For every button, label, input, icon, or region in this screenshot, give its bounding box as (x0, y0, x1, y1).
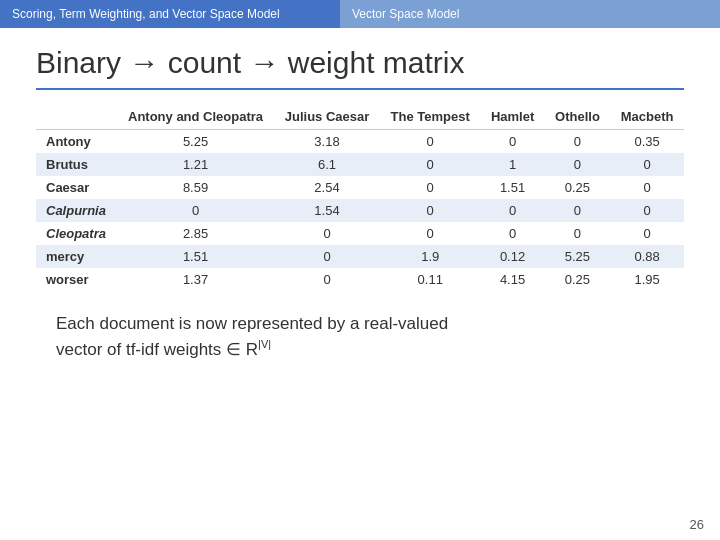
header: Scoring, Term Weighting, and Vector Spac… (0, 0, 720, 28)
value-cell: 5.25 (545, 245, 611, 268)
value-cell: 0 (380, 176, 481, 199)
value-cell: 1.37 (117, 268, 274, 291)
table-row: Calpurnia01.540000 (36, 199, 684, 222)
table-row: worser1.3700.114.150.251.95 (36, 268, 684, 291)
value-cell: 0 (480, 199, 544, 222)
value-cell: 0 (545, 222, 611, 245)
value-cell: 1.21 (117, 153, 274, 176)
term-cell: Caesar (36, 176, 117, 199)
value-cell: 0 (380, 153, 481, 176)
value-cell: 0 (274, 268, 380, 291)
value-cell: 0.88 (610, 245, 684, 268)
term-cell: Calpurnia (36, 199, 117, 222)
value-cell: 2.85 (117, 222, 274, 245)
col-header-2: Julius Caesar (274, 104, 380, 130)
term-cell: Brutus (36, 153, 117, 176)
value-cell: 1 (480, 153, 544, 176)
value-cell: 0 (380, 199, 481, 222)
value-cell: 0 (274, 222, 380, 245)
value-cell: 6.1 (274, 153, 380, 176)
value-cell: 3.18 (274, 130, 380, 154)
bottom-line2: vector of tf-idf weights ∈ R|V| (56, 340, 271, 359)
table-row: mercy1.5101.90.125.250.88 (36, 245, 684, 268)
page-number: 26 (690, 517, 704, 532)
table-row: Caesar8.592.5401.510.250 (36, 176, 684, 199)
table-row: Cleopatra2.8500000 (36, 222, 684, 245)
value-cell: 0 (480, 222, 544, 245)
col-header-5: Othello (545, 104, 611, 130)
value-cell: 0 (610, 153, 684, 176)
page-title: Binary → count → weight matrix (36, 46, 684, 90)
col-header-3: The Tempest (380, 104, 481, 130)
value-cell: 0 (480, 130, 544, 154)
weight-matrix-table: Antony and CleopatraJulius CaesarThe Tem… (36, 104, 684, 291)
value-cell: 1.9 (380, 245, 481, 268)
col-header-4: Hamlet (480, 104, 544, 130)
table-header-row: Antony and CleopatraJulius CaesarThe Tem… (36, 104, 684, 130)
value-cell: 1.54 (274, 199, 380, 222)
header-right-label: Vector Space Model (352, 7, 459, 21)
value-cell: 0.25 (545, 268, 611, 291)
value-cell: 0 (380, 130, 481, 154)
value-cell: 0 (380, 222, 481, 245)
bottom-text-block: Each document is now represented by a re… (56, 311, 684, 363)
value-cell: 1.51 (117, 245, 274, 268)
value-cell: 1.51 (480, 176, 544, 199)
value-cell: 0.11 (380, 268, 481, 291)
bottom-line1: Each document is now represented by a re… (56, 314, 448, 333)
value-cell: 0 (610, 176, 684, 199)
term-cell: mercy (36, 245, 117, 268)
term-cell: worser (36, 268, 117, 291)
value-cell: 0 (274, 245, 380, 268)
value-cell: 0 (545, 199, 611, 222)
value-cell: 0.12 (480, 245, 544, 268)
value-cell: 0 (545, 153, 611, 176)
value-cell: 5.25 (117, 130, 274, 154)
table-row: Antony5.253.180000.35 (36, 130, 684, 154)
value-cell: 4.15 (480, 268, 544, 291)
col-header-6: Macbeth (610, 104, 684, 130)
term-cell: Cleopatra (36, 222, 117, 245)
main-content: Binary → count → weight matrix Antony an… (0, 28, 720, 373)
value-cell: 0.25 (545, 176, 611, 199)
col-header-0 (36, 104, 117, 130)
table-row: Brutus1.216.10100 (36, 153, 684, 176)
value-cell: 0 (610, 199, 684, 222)
value-cell: 0.35 (610, 130, 684, 154)
header-right: Vector Space Model (340, 0, 720, 28)
header-left: Scoring, Term Weighting, and Vector Spac… (0, 0, 340, 28)
header-left-label: Scoring, Term Weighting, and Vector Spac… (12, 7, 280, 21)
value-cell: 1.95 (610, 268, 684, 291)
term-cell: Antony (36, 130, 117, 154)
col-header-1: Antony and Cleopatra (117, 104, 274, 130)
value-cell: 8.59 (117, 176, 274, 199)
value-cell: 0 (117, 199, 274, 222)
value-cell: 2.54 (274, 176, 380, 199)
value-cell: 0 (545, 130, 611, 154)
value-cell: 0 (610, 222, 684, 245)
